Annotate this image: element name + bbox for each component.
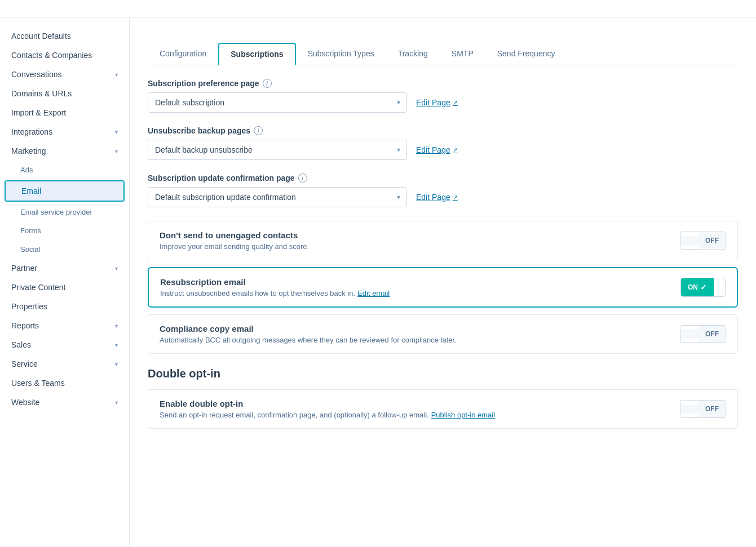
sidebar-item-integrations[interactable]: Integrations▾: [0, 122, 129, 141]
tab-send-frequency[interactable]: Send Frequency: [485, 43, 567, 65]
toggle-empty: [680, 404, 698, 413]
form-label-0: Subscription preference pagei: [148, 79, 738, 88]
sidebar-item-contacts-companies[interactable]: Contacts & Companies: [0, 46, 129, 65]
toggle-link-resubscription-email[interactable]: Edit email: [357, 289, 390, 297]
sidebar-label-email-service-provider: Email service provider: [20, 208, 92, 216]
info-icon[interactable]: i: [298, 174, 307, 183]
sidebar-label-account-defaults: Account Defaults: [11, 32, 71, 41]
toggle-info-dont-send-unengaged: Don't send to unengaged contactsImprove …: [160, 230, 680, 251]
sidebar-item-partner[interactable]: Partner▾: [0, 259, 129, 278]
tab-subscriptions[interactable]: Subscriptions: [218, 43, 295, 65]
chevron-down-icon: ▾: [115, 72, 118, 78]
sidebar-item-marketing[interactable]: Marketing▾: [0, 141, 129, 161]
toggle-info-compliance-copy-email: Compliance copy emailAutomatically BCC a…: [160, 324, 680, 344]
tab-smtp[interactable]: SMTP: [440, 43, 485, 65]
sidebar-item-email-service-provider[interactable]: Email service provider: [0, 203, 129, 221]
sidebar-label-properties: Properties: [11, 302, 47, 311]
sidebar-label-private-content: Private Content: [11, 283, 66, 292]
sidebar-label-sales: Sales: [11, 340, 31, 349]
sidebar-item-forms[interactable]: Forms: [0, 221, 129, 240]
sidebar-item-properties[interactable]: Properties: [0, 297, 129, 316]
sidebar-item-sales[interactable]: Sales▾: [0, 335, 129, 354]
select-2[interactable]: Default subscription update confirmation: [148, 187, 407, 207]
chevron-down-icon: ▾: [115, 148, 118, 154]
chevron-down-icon: ▾: [115, 342, 118, 348]
sidebar-group-email: Email: [5, 180, 125, 202]
form-label-2: Subscription update confirmation pagei: [148, 174, 738, 183]
form-group-0: Subscription preference pageiDefault sub…: [148, 79, 738, 113]
toggle-switch-resubscription-email[interactable]: ON✓: [680, 278, 726, 297]
toggle-off-label: OFF: [698, 326, 726, 343]
toggle-info-enable-double-opt-in: Enable double opt-inSend an opt-in reque…: [160, 399, 680, 419]
app-layout: Account DefaultsContacts & CompaniesConv…: [0, 0, 756, 547]
edit-label-1: Edit Page: [416, 145, 450, 154]
select-row-0: Default subscription▾Edit Page ↗: [148, 92, 738, 113]
toggle-switch-compliance-copy-email[interactable]: OFF: [680, 325, 726, 343]
toggle-desc-dont-send-unengaged: Improve your email sending quality and s…: [160, 242, 680, 251]
toggle-on-text: ON: [688, 283, 698, 291]
sidebar-label-contacts-companies: Contacts & Companies: [11, 51, 92, 60]
select-0[interactable]: Default subscription: [148, 92, 407, 113]
sidebar-label-users-teams: Users & Teams: [11, 379, 65, 388]
toggle-desc-resubscription-email: Instruct unsubscribed emails how to opt …: [160, 289, 680, 297]
chevron-down-icon: ▾: [115, 323, 118, 329]
select-row-1: Default backup unsubscribe▾Edit Page ↗: [148, 140, 738, 160]
toggle-link-enable-double-opt-in[interactable]: Publish opt-in email: [431, 411, 495, 419]
tab-subscription-types[interactable]: Subscription Types: [296, 43, 386, 65]
edit-link-1[interactable]: Edit Page ↗: [416, 145, 458, 154]
sidebar-label-service: Service: [11, 359, 38, 368]
form-label-text-0: Subscription preference page: [148, 79, 259, 88]
sidebar-item-users-teams[interactable]: Users & Teams: [0, 373, 129, 393]
external-link-icon: ↗: [453, 146, 458, 154]
sidebar-item-ads[interactable]: Ads: [0, 161, 129, 179]
toggle-desc-compliance-copy-email: Automatically BCC all outgoing messages …: [160, 336, 680, 344]
sidebar-item-conversations[interactable]: Conversations▾: [0, 65, 129, 84]
toggle-empty: [680, 330, 698, 339]
toggle-title-enable-double-opt-in: Enable double opt-in: [160, 399, 680, 408]
tab-tracking[interactable]: Tracking: [386, 43, 440, 65]
sidebar-label-integrations: Integrations: [11, 127, 52, 136]
top-bar: [0, 0, 756, 17]
edit-link-0[interactable]: Edit Page ↗: [416, 98, 458, 107]
chevron-down-icon: ▾: [115, 265, 118, 272]
toggle-section-compliance-copy-email: Compliance copy emailAutomatically BCC a…: [148, 314, 738, 354]
edit-link-2[interactable]: Edit Page ↗: [416, 193, 458, 202]
edit-label-2: Edit Page: [416, 193, 450, 202]
info-icon[interactable]: i: [263, 79, 272, 88]
toggle-empty: [680, 236, 698, 245]
toggle-switch-enable-double-opt-in[interactable]: OFF: [680, 400, 726, 418]
sidebar-item-domains-urls[interactable]: Domains & URLs: [0, 84, 129, 103]
external-link-icon: ↗: [453, 99, 458, 106]
edit-label-0: Edit Page: [416, 98, 450, 107]
content-area: ConfigurationSubscriptionsSubscription T…: [130, 17, 756, 547]
toggle-info-resubscription-email: Resubscription emailInstruct unsubscribe…: [160, 277, 680, 297]
sidebar-label-reports: Reports: [11, 321, 39, 330]
sidebar-item-website[interactable]: Website▾: [0, 393, 129, 412]
sidebar-label-marketing: Marketing: [11, 146, 46, 155]
sidebar-item-import-export[interactable]: Import & Export: [0, 103, 129, 122]
select-1[interactable]: Default backup unsubscribe: [148, 140, 407, 160]
sidebar-item-social[interactable]: Social: [0, 240, 129, 259]
toggle-section-enable-double-opt-in: Enable double opt-inSend an opt-in reque…: [148, 389, 738, 429]
sidebar-item-private-content[interactable]: Private Content: [0, 278, 129, 297]
tab-configuration[interactable]: Configuration: [148, 43, 218, 65]
sidebar-label-forms: Forms: [20, 226, 41, 235]
check-icon: ✓: [700, 283, 707, 292]
sidebar-item-account-defaults[interactable]: Account Defaults: [0, 26, 129, 46]
sidebar-item-service[interactable]: Service▾: [0, 354, 129, 373]
select-row-2: Default subscription update confirmation…: [148, 187, 738, 207]
toggle-switch-dont-send-unengaged[interactable]: OFF: [680, 232, 726, 250]
info-icon[interactable]: i: [254, 126, 263, 135]
sidebar-label-ads: Ads: [20, 166, 33, 174]
external-link-icon: ↗: [453, 194, 458, 201]
toggle-section-resubscription-email: Resubscription emailInstruct unsubscribe…: [148, 267, 738, 308]
sidebar-label-import-export: Import & Export: [11, 108, 66, 117]
form-group-2: Subscription update confirmation pageiDe…: [148, 174, 738, 207]
sidebar-item-email[interactable]: Email: [6, 181, 123, 201]
chevron-down-icon: ▾: [115, 399, 118, 406]
toggle-title-resubscription-email: Resubscription email: [160, 277, 680, 287]
form-groups: Subscription preference pageiDefault sub…: [148, 79, 738, 207]
sidebar-label-conversations: Conversations: [11, 70, 62, 79]
toggle-title-dont-send-unengaged: Don't send to unengaged contacts: [160, 230, 680, 240]
sidebar-item-reports[interactable]: Reports▾: [0, 316, 129, 335]
